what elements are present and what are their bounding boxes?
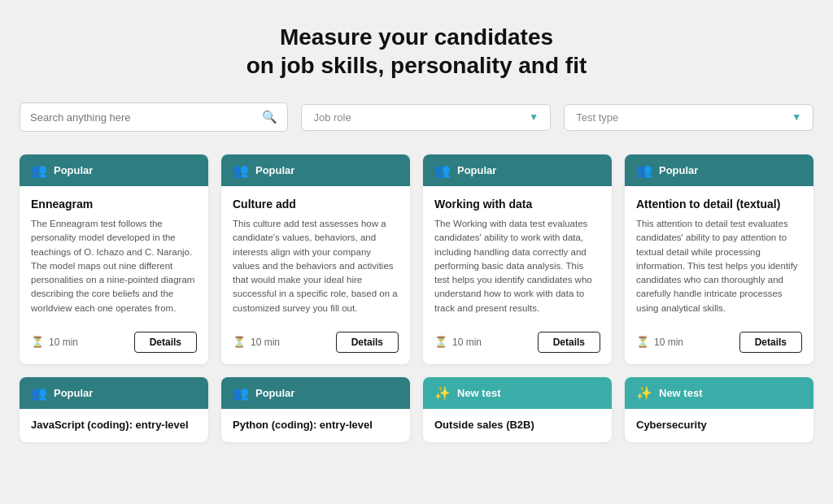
card-duration: 10 min bbox=[654, 337, 683, 348]
card-duration: 10 min bbox=[49, 337, 78, 348]
bottom-card-item: ✨ New test Outside sales (B2B) bbox=[423, 377, 612, 442]
bottom-card-item: 👥 Popular JavaScript (coding): entry-lev… bbox=[20, 377, 208, 442]
clock-icon: ⏳ bbox=[31, 336, 44, 348]
card-header: 👥 Popular bbox=[221, 154, 410, 186]
bottom-card-title: Python (coding): entry-level bbox=[221, 409, 410, 441]
search-icon: 🔍 bbox=[262, 110, 277, 124]
test-type-label: Test type bbox=[576, 111, 618, 124]
details-button[interactable]: Details bbox=[336, 332, 399, 353]
clock-icon: ⏳ bbox=[233, 336, 246, 348]
filters-row: 🔍 Job role ▼ Test type ▼ bbox=[20, 102, 813, 132]
bottom-card-badge: Popular bbox=[255, 387, 294, 399]
card-description: The Enneagram test follows the personali… bbox=[31, 217, 197, 315]
bottom-card-title: JavaScript (coding): entry-level bbox=[20, 409, 208, 441]
clock-icon: ⏳ bbox=[636, 336, 649, 348]
card-badge: Popular bbox=[457, 164, 496, 176]
card-title: Attention to detail (textual) bbox=[636, 198, 802, 211]
cards-grid: 👥 Popular Enneagram The Enneagram test f… bbox=[20, 154, 813, 364]
card-badge: Popular bbox=[54, 164, 93, 176]
card-time: ⏳ 10 min bbox=[31, 336, 78, 348]
popular-icon: 👥 bbox=[434, 163, 451, 178]
bottom-card-header: ✨ New test bbox=[423, 377, 612, 409]
details-button[interactable]: Details bbox=[538, 332, 600, 353]
card-header: 👥 Popular bbox=[20, 154, 208, 186]
card-duration: 10 min bbox=[251, 337, 280, 348]
bottom-card-badge: New test bbox=[659, 387, 702, 399]
bottom-card-header: 👥 Popular bbox=[221, 377, 410, 409]
new-test-icon: ✨ bbox=[636, 385, 652, 401]
card-time: ⏳ 10 min bbox=[233, 336, 280, 348]
popular-icon: 👥 bbox=[233, 385, 249, 401]
popular-icon: 👥 bbox=[31, 385, 47, 401]
bottom-card-header: 👥 Popular bbox=[20, 377, 208, 409]
card-item: 👥 Popular Working with data The Working … bbox=[423, 154, 612, 364]
card-header: 👥 Popular bbox=[423, 154, 612, 186]
job-role-label: Job role bbox=[313, 111, 351, 124]
test-type-dropdown[interactable]: Test type ▼ bbox=[564, 104, 813, 131]
card-item: 👥 Popular Enneagram The Enneagram test f… bbox=[20, 154, 208, 364]
card-item: 👥 Popular Culture add This culture add t… bbox=[221, 154, 410, 364]
page-title: Measure your candidates on job skills, p… bbox=[20, 23, 813, 80]
details-button[interactable]: Details bbox=[134, 332, 197, 353]
card-title: Enneagram bbox=[31, 198, 197, 211]
bottom-card-header: ✨ New test bbox=[625, 377, 813, 409]
card-item: 👥 Popular Attention to detail (textual) … bbox=[625, 154, 813, 364]
details-button[interactable]: Details bbox=[739, 332, 802, 353]
card-badge: Popular bbox=[659, 164, 698, 176]
bottom-card-item: 👥 Popular Python (coding): entry-level bbox=[221, 377, 410, 442]
card-title: Culture add bbox=[233, 198, 399, 211]
chevron-down-icon: ▼ bbox=[792, 111, 801, 123]
search-input[interactable] bbox=[30, 111, 257, 124]
card-description: This culture add test assesses how a can… bbox=[233, 217, 399, 315]
job-role-dropdown[interactable]: Job role ▼ bbox=[301, 104, 551, 131]
card-header: 👥 Popular bbox=[625, 154, 813, 186]
card-time: ⏳ 10 min bbox=[636, 336, 683, 348]
popular-icon: 👥 bbox=[31, 163, 47, 178]
popular-icon: 👥 bbox=[636, 163, 652, 178]
card-badge: Popular bbox=[255, 164, 294, 176]
clock-icon: ⏳ bbox=[434, 336, 447, 348]
card-description: The Working with data test evaluates can… bbox=[434, 217, 600, 315]
bottom-cards-grid: 👥 Popular JavaScript (coding): entry-lev… bbox=[20, 377, 813, 442]
search-box[interactable]: 🔍 bbox=[20, 102, 288, 132]
new-test-icon: ✨ bbox=[434, 385, 451, 401]
bottom-card-item: ✨ New test Cybersecurity bbox=[625, 377, 813, 442]
card-duration: 10 min bbox=[452, 337, 482, 348]
chevron-down-icon: ▼ bbox=[529, 111, 539, 123]
bottom-card-badge: New test bbox=[457, 387, 500, 399]
popular-icon: 👥 bbox=[233, 163, 249, 178]
bottom-card-badge: Popular bbox=[54, 387, 93, 399]
bottom-card-title: Outside sales (B2B) bbox=[423, 409, 612, 441]
card-title: Working with data bbox=[434, 198, 600, 211]
bottom-card-title: Cybersecurity bbox=[625, 409, 813, 441]
card-time: ⏳ 10 min bbox=[434, 336, 482, 348]
card-description: This attention to detail test evaluates … bbox=[636, 217, 802, 315]
